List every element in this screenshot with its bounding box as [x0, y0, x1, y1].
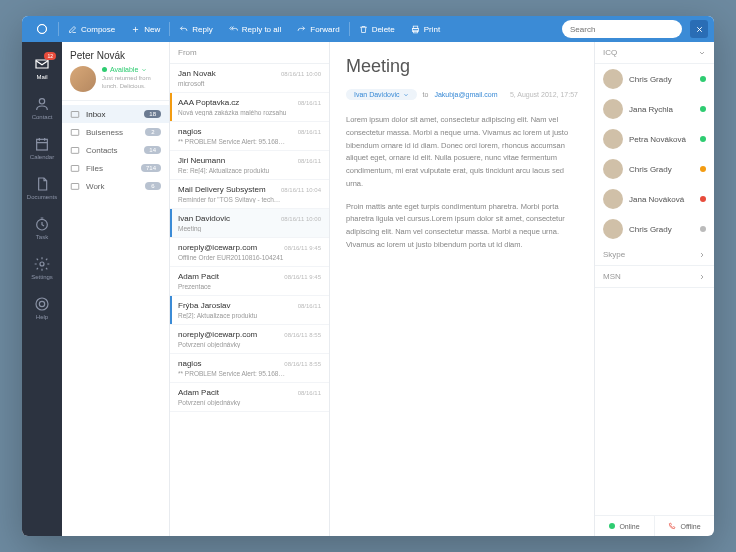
offline-filter-button[interactable]: Offline	[654, 516, 714, 536]
presence-dot	[700, 76, 706, 82]
message-item[interactable]: Adam Pacit08/16/11Potvrzení objednávky	[170, 383, 329, 412]
chevron-down-icon	[141, 67, 147, 73]
message-time: 08/16/11	[298, 158, 321, 164]
rail-help[interactable]: Help	[22, 288, 62, 328]
message-item[interactable]: AAA Poptavka.cz08/16/11Nová vegná zakázk…	[170, 93, 329, 122]
message-item[interactable]: noreply@icewarp.com08/16/11 8:55Potvrzen…	[170, 325, 329, 354]
contact-avatar	[603, 189, 623, 209]
status-indicator[interactable]: Available	[102, 66, 161, 73]
reply-all-button[interactable]: Reply to all	[222, 16, 289, 42]
message-subject: Potvrzení objednávky	[178, 399, 321, 406]
from-chip[interactable]: Ivan Davidovic	[346, 89, 417, 100]
svg-point-5	[39, 99, 44, 104]
close-button[interactable]	[690, 20, 708, 38]
message-from: Adam Pacit	[178, 388, 219, 397]
folder-work[interactable]: Work6	[62, 177, 169, 195]
message-item[interactable]: Jiri Neumann08/16/11Re: Re[4]: Aktualiza…	[170, 151, 329, 180]
message-item[interactable]: Ivan Davidovic08/16/11 10:00Meeting	[170, 209, 329, 238]
contact-avatar	[603, 159, 623, 179]
contacts-footer: Online Offline	[595, 515, 714, 536]
contact-name: Chris Grady	[629, 75, 672, 84]
online-filter-button[interactable]: Online	[595, 516, 654, 536]
contact-item[interactable]: Chris Grady	[595, 214, 714, 244]
message-subject: Potvrzení objednávky	[178, 341, 321, 348]
contact-avatar	[603, 69, 623, 89]
folder-inbox[interactable]: Inbox18	[62, 105, 169, 123]
message-item[interactable]: Jan Novak08/16/11 10:00microsoft	[170, 64, 329, 93]
contacts-group-icq[interactable]: ICQ	[595, 42, 714, 64]
message-title: Meeting	[346, 56, 578, 77]
message-item[interactable]: Adam Pacit08/16/11 9:45Prezentace	[170, 267, 329, 296]
message-item[interactable]: Frýba Jaroslav08/16/11Re[2]: Aktualizace…	[170, 296, 329, 325]
message-time: 08/16/11	[298, 129, 321, 135]
folder-contacts[interactable]: Contacts14	[62, 141, 169, 159]
message-from: nagios	[178, 127, 202, 136]
folder-buiseness[interactable]: Buiseness2	[62, 123, 169, 141]
message-subject: Prezentace	[178, 283, 321, 290]
rail-mail[interactable]: Mail12	[22, 48, 62, 88]
message-from: Jiri Neumann	[178, 156, 225, 165]
compose-button[interactable]: Compose	[61, 16, 122, 42]
toolbar: Compose New Reply Reply to all Forward D…	[22, 16, 714, 42]
user-avatar[interactable]	[70, 66, 96, 92]
message-time: 08/16/11	[298, 303, 321, 309]
contacts-group-skype[interactable]: Skype	[595, 244, 714, 266]
presence-dot	[700, 226, 706, 232]
rail-documents[interactable]: Documents	[22, 168, 62, 208]
presence-dot	[700, 166, 706, 172]
to-email[interactable]: Jakubja@gmail.com	[434, 91, 497, 98]
badge: 12	[44, 52, 56, 60]
message-item[interactable]: nagios08/16/11** PROBLEM Service Alert: …	[170, 122, 329, 151]
folder-icon	[70, 145, 80, 155]
user-status-note: Just returned from lunch. Delicious.	[102, 75, 161, 91]
presence-dot	[700, 136, 706, 142]
message-from: Adam Pacit	[178, 272, 219, 281]
message-subject: Reminder for "TOS Svitavy - tech…	[178, 196, 321, 203]
message-from: nagios	[178, 359, 202, 368]
message-body-para: Proin mattis ante eget turpis condimentu…	[346, 201, 578, 252]
svg-rect-15	[71, 184, 79, 190]
search-input[interactable]	[562, 20, 682, 38]
rail-task[interactable]: Task	[22, 208, 62, 248]
message-subject: Re: Re[4]: Aktualizace produktu	[178, 167, 321, 174]
contact-avatar	[603, 219, 623, 239]
svg-point-10	[39, 301, 44, 306]
reply-button[interactable]: Reply	[172, 16, 219, 42]
folder-files[interactable]: Files714	[62, 159, 169, 177]
svg-point-8	[40, 262, 44, 266]
message-from: Frýba Jaroslav	[178, 301, 230, 310]
contact-name: Jana Rychla	[629, 105, 673, 114]
calendar-icon	[34, 136, 50, 152]
contact-item[interactable]: Chris Grady	[595, 64, 714, 94]
rail-calendar[interactable]: Calendar	[22, 128, 62, 168]
contact-item[interactable]: Jana Nováková	[595, 184, 714, 214]
rail-contact[interactable]: Contact	[22, 88, 62, 128]
new-button[interactable]: New	[124, 16, 167, 42]
message-subject: Re[2]: Aktualizace produktu	[178, 312, 321, 319]
settings-icon	[34, 256, 50, 272]
print-button[interactable]: Print	[404, 16, 447, 42]
message-item[interactable]: Mail Delivery Subsystem08/16/11 10:04Rem…	[170, 180, 329, 209]
rail-settings[interactable]: Settings	[22, 248, 62, 288]
contact-item[interactable]: Jana Rychla	[595, 94, 714, 124]
message-time: 08/16/11	[298, 390, 321, 396]
contact-item[interactable]: Chris Grady	[595, 154, 714, 184]
presence-dot	[700, 106, 706, 112]
contacts-group-msn[interactable]: MSN	[595, 266, 714, 288]
message-from: noreply@icewarp.com	[178, 243, 257, 252]
forward-button[interactable]: Forward	[290, 16, 346, 42]
folder-icon	[70, 127, 80, 137]
message-item[interactable]: noreply@icewarp.com08/16/11 9:45Offline …	[170, 238, 329, 267]
message-time: 08/16/11 8:55	[284, 361, 321, 367]
message-time: 08/16/11 9:45	[284, 274, 321, 280]
contact-item[interactable]: Petra Nováková	[595, 124, 714, 154]
message-meta: Ivan Davidovic to Jakubja@gmail.com 5, A…	[346, 89, 578, 100]
message-item[interactable]: nagios08/16/11 8:55** PROBLEM Service Al…	[170, 354, 329, 383]
delete-button[interactable]: Delete	[352, 16, 402, 42]
contact-name: Jana Nováková	[629, 195, 684, 204]
message-subject: ** PROBLEM Service Alert: 95.168…	[178, 138, 321, 145]
folder-count: 6	[145, 182, 161, 190]
svg-rect-6	[37, 139, 48, 150]
nav-rail: Mail12ContactCalendarDocumentsTaskSettin…	[22, 42, 62, 536]
folder-count: 2	[145, 128, 161, 136]
